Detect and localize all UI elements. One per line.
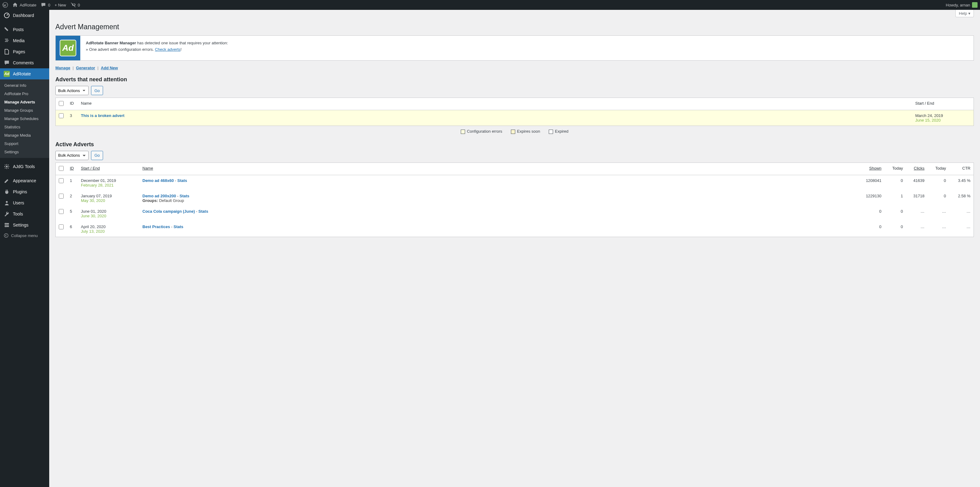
row-clicks: … bbox=[906, 221, 928, 237]
notice-title: AdRotate Banner Manager bbox=[86, 41, 136, 45]
row-shown: 0 bbox=[860, 221, 885, 237]
menu-ajdg-tools[interactable]: AJdG Tools bbox=[0, 161, 49, 172]
row-end: July 13, 2020 bbox=[81, 229, 136, 234]
notice-box: Ad AdRotate Banner Manager has detected … bbox=[56, 35, 974, 61]
svg-point-5 bbox=[7, 224, 8, 226]
row-checkbox[interactable] bbox=[59, 224, 64, 229]
broken-links[interactable]: 0 bbox=[70, 2, 80, 8]
menu-pages[interactable]: Pages bbox=[0, 46, 49, 57]
col-startend[interactable]: Start / End bbox=[78, 163, 139, 175]
menu-tools[interactable]: Tools bbox=[0, 208, 49, 219]
col-id[interactable]: ID bbox=[67, 163, 78, 175]
col-name: Name bbox=[78, 98, 912, 110]
row-id: 6 bbox=[67, 221, 78, 237]
row-checkbox[interactable] bbox=[59, 209, 64, 214]
submenu-manage-schedules[interactable]: Manage Schedules bbox=[0, 115, 49, 123]
advert-link[interactable]: Demo ad 200x200 bbox=[142, 194, 176, 198]
sub-nav: Manage | Generator | Add New bbox=[56, 65, 974, 70]
submenu-settings[interactable]: Settings bbox=[0, 148, 49, 156]
howdy-user[interactable]: Howdy, arnan bbox=[946, 2, 978, 8]
row-start: March 24, 2019 bbox=[915, 113, 971, 118]
row-checkbox[interactable] bbox=[59, 194, 64, 198]
select-all-active[interactable] bbox=[59, 166, 64, 171]
check-adverts-link[interactable]: Check adverts bbox=[155, 47, 181, 52]
submenu-manage-groups[interactable]: Manage Groups bbox=[0, 106, 49, 115]
row-today-clicks: … bbox=[928, 221, 949, 237]
active-table: ID Start / End Name Shown Today Clicks T… bbox=[56, 163, 974, 237]
menu-media[interactable]: Media bbox=[0, 35, 49, 46]
menu-dashboard[interactable]: Dashboard bbox=[0, 10, 49, 21]
row-id: 3 bbox=[67, 110, 78, 126]
submenu-statistics[interactable]: Statistics bbox=[0, 123, 49, 131]
chevron-down-icon: ▾ bbox=[968, 11, 970, 16]
go-button-2[interactable]: Go bbox=[91, 151, 103, 160]
submenu-manage-media[interactable]: Manage Media bbox=[0, 131, 49, 139]
help-tab[interactable]: Help ▾ bbox=[955, 10, 974, 17]
menu-adrotate[interactable]: AdAdRotate bbox=[0, 68, 49, 80]
table-row: 5 June 01, 2020June 30, 2020 Coca Cola c… bbox=[56, 206, 974, 221]
row-checkbox[interactable] bbox=[59, 113, 64, 118]
notice-icon: Ad bbox=[56, 36, 80, 60]
comments-bubble[interactable]: 0 bbox=[41, 2, 50, 8]
col-name[interactable]: Name bbox=[139, 163, 860, 175]
menu-users[interactable]: Users bbox=[0, 197, 49, 208]
go-button-1[interactable]: Go bbox=[91, 86, 103, 95]
row-today-clicks: 0 bbox=[928, 190, 949, 206]
col-ctr: CTR bbox=[949, 163, 974, 175]
row-shown: 0 bbox=[860, 206, 885, 221]
svg-point-3 bbox=[6, 201, 8, 203]
svg-point-7 bbox=[4, 234, 8, 238]
swatch-expired bbox=[549, 129, 553, 134]
advert-link[interactable]: This is a broken advert bbox=[81, 113, 124, 118]
col-today1: Today bbox=[885, 163, 906, 175]
menu-settings[interactable]: Settings bbox=[0, 219, 49, 231]
row-start: December 01, 2019 bbox=[81, 178, 136, 183]
site-name[interactable]: AdRotate bbox=[12, 2, 36, 8]
advert-link[interactable]: Best Practices bbox=[142, 224, 170, 229]
stats-link[interactable]: Stats bbox=[199, 209, 208, 214]
stats-link[interactable]: Stats bbox=[173, 224, 183, 229]
row-ctr: … bbox=[949, 221, 974, 237]
row-today-clicks: … bbox=[928, 206, 949, 221]
col-startend: Start / End bbox=[912, 98, 974, 110]
menu-posts[interactable]: Posts bbox=[0, 24, 49, 35]
advert-link[interactable]: Coca Cola campaign (June) bbox=[142, 209, 195, 214]
row-start: April 20, 2020 bbox=[81, 224, 136, 229]
menu-appearance[interactable]: Appearance bbox=[0, 175, 49, 186]
collapse-menu[interactable]: Collapse menu bbox=[0, 231, 49, 240]
bulk-actions-select-1[interactable]: Bulk Actions bbox=[56, 86, 89, 95]
subnav-add-new[interactable]: Add New bbox=[101, 65, 118, 70]
subnav-manage[interactable]: Manage bbox=[56, 65, 70, 70]
adrotate-submenu: General Info AdRotate Pro Manage Adverts… bbox=[0, 80, 49, 158]
submenu-adrotate-pro[interactable]: AdRotate Pro bbox=[0, 89, 49, 98]
attention-table: ID Name Start / End 3 This is a broken a… bbox=[56, 97, 974, 126]
row-start: January 07, 2019 bbox=[81, 194, 136, 198]
table-row: 3 This is a broken advert March 24, 2019… bbox=[56, 110, 974, 126]
advert-link[interactable]: Demo ad 468x60 bbox=[142, 178, 174, 183]
row-ctr: 3.45 % bbox=[949, 175, 974, 190]
menu-plugins[interactable]: Plugins bbox=[0, 186, 49, 197]
row-clicks: … bbox=[906, 206, 928, 221]
row-ctr: 2.58 % bbox=[949, 190, 974, 206]
subnav-generator[interactable]: Generator bbox=[76, 65, 95, 70]
submenu-manage-adverts[interactable]: Manage Adverts bbox=[0, 98, 49, 106]
submenu-general-info[interactable]: General Info bbox=[0, 81, 49, 89]
new-content[interactable]: + New bbox=[54, 3, 66, 7]
row-end: June 15, 2020 bbox=[915, 118, 971, 123]
row-groups: Default Group bbox=[159, 198, 184, 203]
bulk-actions-select-2[interactable]: Bulk Actions bbox=[56, 151, 89, 160]
menu-comments[interactable]: Comments bbox=[0, 57, 49, 68]
row-end: May 30, 2020 bbox=[81, 198, 136, 203]
col-clicks[interactable]: Clicks bbox=[906, 163, 928, 175]
stats-link[interactable]: Stats bbox=[178, 178, 187, 183]
wp-logo[interactable] bbox=[2, 2, 8, 8]
stats-link[interactable]: Stats bbox=[180, 194, 189, 198]
table-row: 2 January 07, 2019May 30, 2020 Demo ad 2… bbox=[56, 190, 974, 206]
col-shown[interactable]: Shown bbox=[860, 163, 885, 175]
select-all-attention[interactable] bbox=[59, 101, 64, 106]
submenu-support[interactable]: Support bbox=[0, 139, 49, 148]
svg-point-6 bbox=[5, 226, 6, 227]
row-checkbox[interactable] bbox=[59, 178, 64, 183]
page-title: Advert Management bbox=[56, 23, 974, 31]
col-today2: Today bbox=[928, 163, 949, 175]
